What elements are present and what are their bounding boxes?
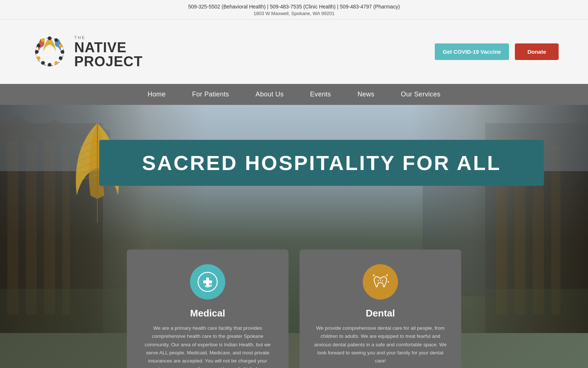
header: THE NATIVE PROJECT Get COVID-19 Vaccine … [0,20,588,84]
hero-section: SACRED HOSPITALITY FOR ALL [0,105,588,333]
donate-button[interactable]: Donate [515,43,559,60]
nav-home[interactable]: Home [134,84,179,105]
logo-the: THE [74,35,143,40]
nav-our-services[interactable]: Our Services [388,84,454,105]
svg-point-1 [48,36,51,40]
hero-banner: SACRED HOSPITALITY FOR ALL [99,140,544,186]
medical-icon-circle [190,264,225,300]
svg-point-4 [61,50,64,54]
svg-point-10 [35,50,39,54]
logo-icon [29,32,70,72]
medical-icon [197,272,218,292]
page-wrapper: 509-325-5502 (Behavioral Health) | 509-4… [0,0,588,368]
address: 1803 W Maxwell, Spokane, WA 99201 [0,11,588,16]
dental-title: Dental [366,308,395,319]
logo-text-block: THE NATIVE PROJECT [74,35,143,68]
logo-area: THE NATIVE PROJECT [29,32,143,72]
dental-icon-circle [363,264,398,300]
service-card-dental: Dental We provide comprehensive dental c… [300,250,461,368]
nav-about-us[interactable]: About Us [242,84,297,105]
hero-title: SACRED HOSPITALITY FOR ALL [119,151,524,175]
svg-point-3 [59,44,62,47]
service-cards-row: Medical We are a primary health care fac… [0,250,588,368]
svg-point-9 [37,56,40,60]
phone-numbers: 509-325-5502 (Behavioral Health) | 509-4… [0,4,588,10]
dental-description: We provide comprehensive dental care for… [312,324,448,368]
medical-description: We are a primary health care facility th… [140,324,276,368]
svg-point-12 [41,38,45,42]
service-card-medical: Medical We are a primary health care fac… [127,250,288,368]
svg-point-2 [54,38,58,42]
dental-icon [370,272,391,292]
svg-point-8 [41,61,45,65]
nav-news[interactable]: News [344,84,388,105]
main-nav: Home For Patients About Us Events News O… [0,84,588,105]
nav-events[interactable]: Events [297,84,344,105]
svg-point-6 [54,61,58,65]
hero-and-cards: SACRED HOSPITALITY FOR ALL [0,105,588,368]
medical-title: Medical [190,308,225,319]
svg-point-11 [37,44,40,47]
top-bar: 509-325-5502 (Behavioral Health) | 509-4… [0,0,588,20]
nav-for-patients[interactable]: For Patients [179,84,243,105]
svg-point-5 [59,56,62,60]
svg-rect-31 [203,280,212,283]
hero-banner-wrap: SACRED HOSPITALITY FOR ALL [99,140,544,186]
header-actions: Get COVID-19 Vaccine Donate [435,43,559,60]
logo-name: NATIVE PROJECT [74,40,143,68]
vaccine-button[interactable]: Get COVID-19 Vaccine [435,43,509,60]
svg-point-7 [48,63,51,67]
